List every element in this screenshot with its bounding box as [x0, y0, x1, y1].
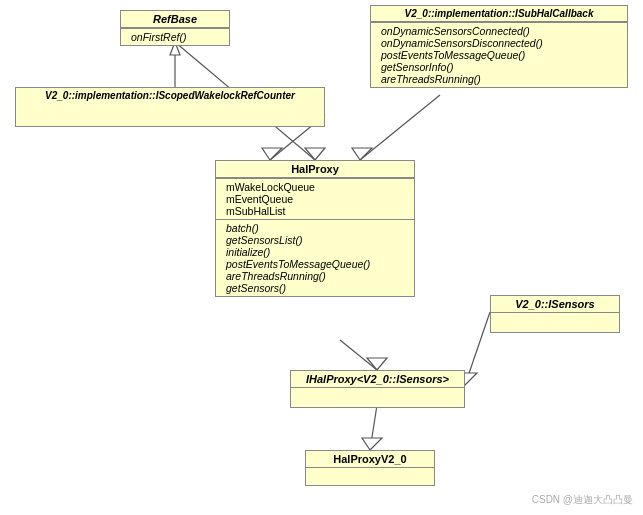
- ihalproxy-box: IHalProxy<V2_0::ISensors>: [290, 370, 465, 408]
- halproxy-m5: areThreadsRunning(): [222, 270, 408, 282]
- refbase-box: RefBase onFirstRef(): [120, 10, 230, 46]
- halproxy-fields: mWakeLockQueue mEventQueue mSubHalList: [216, 178, 414, 219]
- subhalcallback-m1: onDynamicSensorsConnected(): [377, 25, 621, 37]
- v2sensors-header: V2_0::ISensors: [491, 296, 619, 313]
- halproxyv20-header: HalProxyV2_0: [306, 451, 434, 468]
- svg-marker-9: [367, 358, 387, 370]
- subhalcallback-m2: onDynamicSensorsDisconnected(): [377, 37, 621, 49]
- halproxy-f2: mEventQueue: [222, 193, 408, 205]
- halproxy-m3: initialize(): [222, 246, 408, 258]
- refbase-methods: onFirstRef(): [121, 28, 229, 45]
- subhalcallback-m5: areThreadsRunning(): [377, 73, 621, 85]
- svg-line-4: [360, 95, 440, 160]
- halproxy-m2: getSensorsList(): [222, 234, 408, 246]
- svg-line-8: [340, 340, 377, 370]
- refbase-header: RefBase: [121, 11, 229, 28]
- subhalcallback-methods: onDynamicSensorsConnected() onDynamicSen…: [371, 22, 627, 87]
- halproxy-box: HalProxy mWakeLockQueue mEventQueue mSub…: [215, 160, 415, 297]
- svg-line-10: [465, 312, 490, 385]
- svg-marker-5: [352, 148, 372, 160]
- svg-line-12: [370, 405, 377, 450]
- subhalcallback-header: V2_0::implementation::ISubHalCallback: [371, 6, 627, 22]
- v2sensors-box: V2_0::ISensors: [490, 295, 620, 333]
- subhalcallback-box: V2_0::implementation::ISubHalCallback on…: [370, 5, 628, 88]
- halproxy-f3: mSubHalList: [222, 205, 408, 217]
- halproxy-m4: postEventsToMessageQueue(): [222, 258, 408, 270]
- subhalcallback-m4: getSensorInfo(): [377, 61, 621, 73]
- halproxyv20-box: HalProxyV2_0: [305, 450, 435, 486]
- diagram-container: RefBase onFirstRef() V2_0::implementatio…: [0, 0, 643, 515]
- halproxy-methods: batch() getSensorsList() initialize() po…: [216, 219, 414, 296]
- svg-marker-7: [262, 148, 282, 160]
- svg-marker-3: [305, 148, 325, 160]
- scopedwakelock-label: V2_0::implementation::IScopedWakelockRef…: [45, 90, 295, 101]
- halproxy-header: HalProxy: [216, 161, 414, 178]
- halproxy-m1: batch(): [222, 222, 408, 234]
- svg-marker-13: [362, 438, 382, 450]
- watermark: CSDN @迪迦大凸凸曼: [532, 493, 633, 507]
- refbase-method-1: onFirstRef(): [127, 31, 223, 43]
- ihalproxy-header: IHalProxy<V2_0::ISensors>: [291, 371, 464, 388]
- scopedwakelock-box: V2_0::implementation::IScopedWakelockRef…: [15, 87, 325, 127]
- subhalcallback-m3: postEventsToMessageQueue(): [377, 49, 621, 61]
- halproxy-f1: mWakeLockQueue: [222, 181, 408, 193]
- scopedwakelock-header: V2_0::implementation::IScopedWakelockRef…: [16, 88, 324, 103]
- halproxy-m6: getSensors(): [222, 282, 408, 294]
